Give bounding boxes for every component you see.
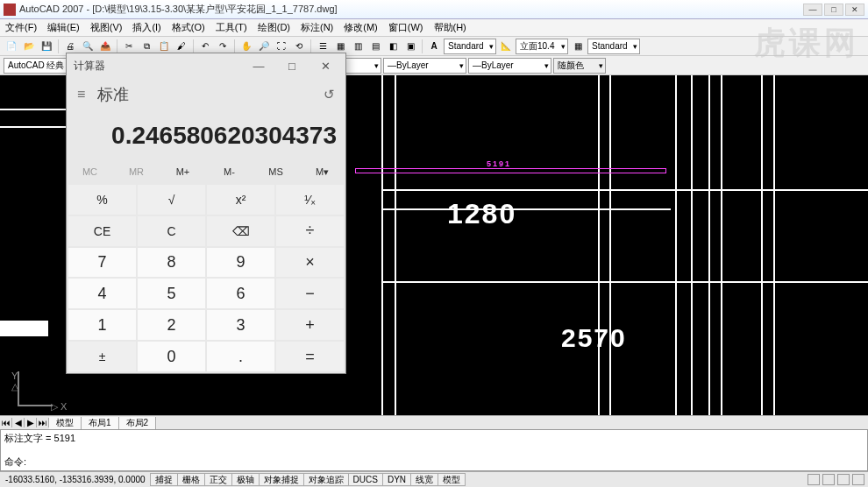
table-icon[interactable]: ▦ — [570, 39, 586, 54]
ducs-toggle[interactable]: DUCS — [348, 473, 383, 486]
calc-max-button[interactable]: □ — [279, 60, 305, 73]
calc-history-icon[interactable]: ↺ — [324, 87, 335, 102]
snap-toggle[interactable]: 捕捉 — [150, 473, 178, 486]
tab-last[interactable]: ⏭ — [37, 418, 49, 427]
calc-menu-icon[interactable]: ≡ — [77, 87, 85, 102]
key-1[interactable]: 1 — [68, 310, 136, 340]
lineweight-select[interactable]: — ByLayer — [468, 58, 551, 74]
lwt-toggle[interactable]: 线宽 — [410, 473, 438, 486]
dyn-toggle[interactable]: DYN — [382, 473, 411, 486]
preview-icon[interactable]: 🔍 — [80, 39, 96, 54]
key-ce[interactable]: CE — [68, 216, 136, 246]
publish-icon[interactable]: 📤 — [97, 39, 113, 54]
menu-file[interactable]: 文件(F) — [0, 21, 42, 34]
save-icon[interactable]: 💾 — [39, 39, 54, 54]
key-square[interactable]: x² — [207, 185, 274, 215]
menu-window[interactable]: 窗口(W) — [383, 21, 429, 34]
markup-icon[interactable]: ◧ — [385, 39, 401, 54]
open-icon[interactable]: 📂 — [21, 39, 37, 54]
menu-modify[interactable]: 修改(M) — [338, 21, 383, 34]
menu-view[interactable]: 视图(V) — [85, 21, 128, 34]
tab-layout1[interactable]: 布局1 — [82, 417, 119, 429]
calc-mc[interactable]: MC — [67, 160, 113, 183]
undo-icon[interactable]: ↶ — [197, 39, 213, 54]
plotstyle-select[interactable]: 随颜色 — [553, 58, 606, 74]
tray-icon-3[interactable] — [837, 474, 850, 485]
menu-edit[interactable]: 编辑(E) — [42, 21, 85, 34]
calc-ms[interactable]: MS — [253, 160, 299, 183]
command-input[interactable] — [30, 457, 864, 468]
tab-layout2[interactable]: 布局2 — [119, 417, 157, 429]
key-9[interactable]: 9 — [207, 248, 274, 278]
textstyle-select[interactable]: Standard — [444, 39, 496, 54]
menu-tools[interactable]: 工具(T) — [210, 21, 253, 34]
key-equals[interactable]: = — [276, 342, 344, 371]
menu-format[interactable]: 格式(O) — [167, 21, 210, 34]
key-2[interactable]: 2 — [138, 310, 205, 340]
tray-icon-4[interactable] — [852, 474, 864, 485]
key-multiply[interactable]: × — [276, 248, 344, 278]
model-toggle[interactable]: 模型 — [438, 473, 466, 486]
calc-mdrop[interactable]: M▾ — [299, 160, 345, 183]
dimstyle-select[interactable]: 立面10.4 — [516, 39, 568, 54]
copy-icon[interactable]: ⧉ — [139, 39, 154, 54]
calc-mr[interactable]: MR — [113, 160, 160, 183]
zoomprev-icon[interactable]: ⟲ — [291, 39, 307, 54]
zoomwin-icon[interactable]: ⛶ — [274, 39, 289, 54]
linetype-select[interactable]: — ByLayer — [383, 58, 466, 74]
tablestyle-select[interactable]: Standard — [587, 39, 640, 54]
tab-first[interactable]: ⏮ — [0, 418, 12, 427]
key-8[interactable]: 8 — [138, 248, 205, 278]
key-divide[interactable]: ÷ — [276, 216, 344, 246]
tray-icon-2[interactable] — [822, 474, 835, 485]
key-percent[interactable]: % — [68, 185, 136, 215]
calc-mminus[interactable]: M- — [206, 160, 253, 183]
key-3[interactable]: 3 — [207, 310, 274, 340]
key-7[interactable]: 7 — [68, 248, 136, 278]
calc-icon[interactable]: ▣ — [402, 39, 418, 54]
new-icon[interactable]: 📄 — [4, 39, 19, 54]
print-icon[interactable]: 🖨 — [62, 39, 78, 54]
grid-toggle[interactable]: 栅格 — [177, 473, 205, 486]
osnap-toggle[interactable]: 对象捕捉 — [259, 473, 304, 486]
otrack-toggle[interactable]: 对象追踪 — [303, 473, 349, 486]
polar-toggle[interactable]: 极轴 — [231, 473, 260, 486]
key-6[interactable]: 6 — [207, 279, 274, 308]
zoom-icon[interactable]: 🔎 — [256, 39, 272, 54]
key-subtract[interactable]: − — [276, 279, 344, 308]
key-0[interactable]: 0 — [138, 342, 205, 371]
ortho-toggle[interactable]: 正交 — [204, 473, 232, 486]
key-add[interactable]: + — [276, 310, 344, 340]
pan-icon[interactable]: ✋ — [238, 39, 254, 54]
maximize-button[interactable]: □ — [824, 4, 843, 16]
key-sqrt[interactable]: √ — [138, 185, 205, 215]
close-button[interactable]: ✕ — [845, 4, 864, 16]
redo-icon[interactable]: ↷ — [215, 39, 231, 54]
key-inverse[interactable]: ¹∕ₓ — [276, 185, 344, 215]
text-icon[interactable]: A — [426, 39, 442, 54]
paste-icon[interactable]: 📋 — [156, 39, 172, 54]
key-5[interactable]: 5 — [138, 279, 205, 308]
menu-help[interactable]: 帮助(H) — [429, 21, 472, 34]
key-4[interactable]: 4 — [68, 279, 136, 308]
tab-model[interactable]: 模型 — [49, 417, 82, 429]
calc-mplus[interactable]: M+ — [160, 160, 206, 183]
calc-close-button[interactable]: ✕ — [312, 60, 338, 73]
dim-icon[interactable]: 📐 — [498, 39, 514, 54]
calc-titlebar[interactable]: 计算器 — □ ✕ — [67, 53, 345, 78]
match-icon[interactable]: 🖌 — [174, 39, 189, 54]
command-window[interactable]: 标注文字 = 5191 命令: — [0, 429, 868, 471]
tray-icon-1[interactable] — [808, 474, 820, 485]
ssm-icon[interactable]: ▤ — [367, 39, 383, 54]
tab-prev[interactable]: ◀ — [12, 418, 25, 427]
minimize-button[interactable]: — — [803, 4, 822, 16]
dc-icon[interactable]: ▦ — [332, 39, 348, 54]
key-negate[interactable]: ± — [68, 342, 136, 371]
menu-dim[interactable]: 标注(N) — [295, 21, 338, 34]
props-icon[interactable]: ☰ — [315, 39, 331, 54]
menu-draw[interactable]: 绘图(D) — [253, 21, 295, 34]
calc-min-button[interactable]: — — [245, 60, 272, 73]
tp-icon[interactable]: ▥ — [350, 39, 366, 54]
key-c[interactable]: C — [138, 216, 205, 246]
key-backspace[interactable]: ⌫ — [207, 216, 274, 246]
